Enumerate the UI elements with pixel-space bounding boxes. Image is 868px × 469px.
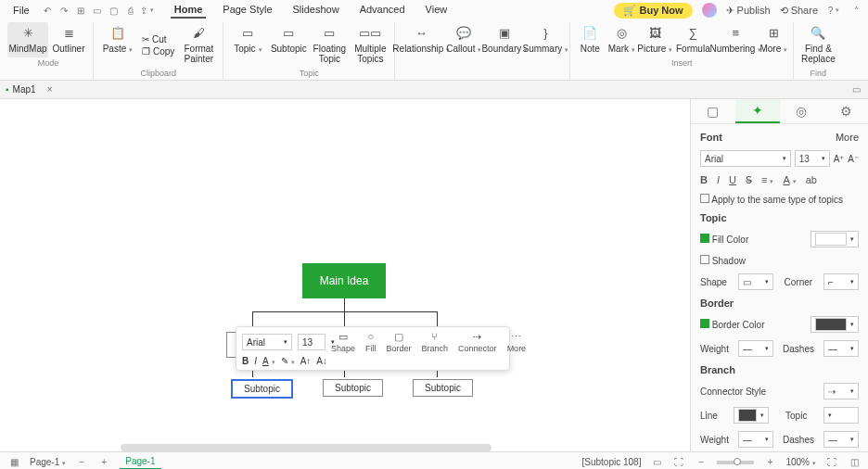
- shadow-checkbox[interactable]: [700, 255, 709, 264]
- note-button[interactable]: 📄Note: [574, 22, 606, 57]
- tab-overflow-icon[interactable]: ▭: [849, 83, 862, 96]
- cut-button[interactable]: ✂ Cut: [142, 34, 174, 44]
- subtopic-button[interactable]: ▭Subtopic: [268, 22, 309, 68]
- branch-line-select[interactable]: ▾: [734, 407, 769, 424]
- summary-button[interactable]: }Summary: [525, 22, 566, 57]
- doc-tab-map1[interactable]: ▪Map1: [6, 84, 36, 95]
- ft-shrink-font-button[interactable]: A↓: [316, 356, 327, 366]
- menu-page-style[interactable]: Page Style: [219, 2, 275, 19]
- outliner-mode-button[interactable]: ≣Outliner: [48, 22, 89, 57]
- close-tab-icon[interactable]: ×: [44, 83, 57, 96]
- border-color-select[interactable]: ▾: [811, 316, 859, 333]
- picture-button[interactable]: 🖼Picture: [637, 22, 672, 57]
- font-family-select[interactable]: Arial▾: [700, 150, 791, 167]
- ft-branch-button[interactable]: ⑂Branch: [422, 331, 449, 353]
- align-button[interactable]: ≡: [761, 174, 773, 186]
- grow-font-button[interactable]: A⁺: [834, 154, 845, 164]
- shrink-font-button[interactable]: A⁻: [848, 154, 859, 164]
- boundary-button[interactable]: ▣Boundary: [484, 22, 525, 57]
- main-idea-node[interactable]: Main Idea: [302, 263, 386, 298]
- ft-grow-font-button[interactable]: A↑: [300, 356, 312, 366]
- page-tab[interactable]: Page-1: [120, 454, 160, 469]
- ft-font-select[interactable]: Arial▾: [242, 334, 292, 350]
- fill-color-select[interactable]: ▾: [811, 231, 859, 247]
- paste-button[interactable]: 📋Paste: [97, 22, 138, 68]
- menu-view[interactable]: View: [422, 2, 452, 19]
- ft-border-button[interactable]: ▢Border: [387, 331, 412, 353]
- collapse-ribbon-icon[interactable]: ˄: [849, 4, 862, 17]
- zoom-out-button[interactable]: −: [695, 456, 708, 469]
- open-icon[interactable]: ▭: [91, 4, 104, 17]
- ft-bold-button[interactable]: B: [242, 356, 249, 366]
- fit-icon[interactable]: ⛶: [672, 456, 685, 469]
- zoom-slider[interactable]: [717, 461, 754, 464]
- subtopic-node-2[interactable]: Subtopic: [323, 379, 383, 397]
- add-page-button[interactable]: +: [97, 456, 110, 469]
- spacing-button[interactable]: ab: [806, 174, 817, 186]
- buy-now-button[interactable]: 🛒 Buy Now: [614, 3, 693, 19]
- subtopic-node-3[interactable]: Subtopic: [413, 379, 473, 397]
- topic-button[interactable]: ▭Topic: [227, 22, 268, 68]
- undo-icon[interactable]: ↶: [41, 4, 54, 17]
- border-weight-select[interactable]: —▾: [738, 340, 773, 357]
- canvas[interactable]: Main Idea Subtopic Subtopic Subtopic Ari…: [0, 99, 690, 451]
- help-icon[interactable]: ?: [827, 4, 840, 17]
- redo-icon[interactable]: ↷: [57, 4, 70, 17]
- ft-more-button[interactable]: ⋯More: [507, 331, 527, 353]
- border-color-checkbox[interactable]: [700, 319, 709, 328]
- font-more-link[interactable]: More: [836, 132, 859, 143]
- pages-icon[interactable]: ▦: [7, 456, 20, 469]
- border-dashes-select[interactable]: —▾: [823, 340, 859, 357]
- ft-fontcolor-button[interactable]: A: [262, 356, 275, 366]
- branch-weight-select[interactable]: —▾: [738, 431, 773, 448]
- font-size-select[interactable]: 13▾: [795, 150, 830, 167]
- print-icon[interactable]: ⎙: [124, 4, 137, 17]
- zoom-value[interactable]: 100%: [785, 457, 816, 467]
- mark-button[interactable]: ◎Mark: [606, 22, 637, 57]
- floating-topic-button[interactable]: ▭Floating Topic: [309, 22, 350, 68]
- underline-button[interactable]: U: [729, 174, 736, 186]
- find-replace-button[interactable]: 🔍Find & Replace: [798, 22, 838, 68]
- ft-size-select[interactable]: 13▾: [298, 334, 326, 350]
- fontcolor-button[interactable]: A: [783, 174, 796, 186]
- fullscreen-icon[interactable]: ⛶: [825, 456, 838, 469]
- fill-color-checkbox[interactable]: [700, 234, 709, 243]
- italic-button[interactable]: I: [717, 174, 720, 186]
- avatar[interactable]: [702, 3, 717, 18]
- strike-button[interactable]: S̶: [746, 174, 752, 186]
- numbering-button[interactable]: ≡Numbering: [713, 22, 758, 57]
- apply-same-checkbox[interactable]: [700, 194, 709, 203]
- menu-home[interactable]: Home: [171, 2, 207, 19]
- corner-select[interactable]: ⌐▾: [823, 273, 859, 290]
- presentation-icon[interactable]: ▭: [650, 456, 663, 469]
- relationship-button[interactable]: ↔Relationship: [399, 22, 443, 57]
- new-icon[interactable]: ⊞: [74, 4, 87, 17]
- menu-advanced[interactable]: Advanced: [356, 2, 409, 19]
- format-painter-button[interactable]: 🖌Format Painter: [178, 22, 219, 68]
- side-tab-settings[interactable]: ⚙: [823, 99, 868, 123]
- export-icon[interactable]: ⇪: [141, 4, 154, 17]
- ft-italic-button[interactable]: I: [254, 356, 257, 366]
- side-tab-style[interactable]: ✦: [735, 99, 780, 123]
- branch-topic-select[interactable]: ▾: [823, 407, 859, 424]
- copy-button[interactable]: ❐ Copy: [142, 46, 174, 57]
- zoom-in-button[interactable]: +: [763, 456, 776, 469]
- branch-dashes-select[interactable]: —▾: [823, 431, 859, 448]
- multiple-topics-button[interactable]: ▭▭Multiple Topics: [350, 22, 390, 68]
- ft-highlight-button[interactable]: ✎: [281, 356, 295, 366]
- save-icon[interactable]: ▢: [108, 4, 121, 17]
- remove-page-button[interactable]: −: [75, 456, 88, 469]
- panel-toggle-icon[interactable]: ◫: [848, 456, 861, 469]
- side-tab-mark[interactable]: ◎: [780, 99, 824, 123]
- page-select[interactable]: Page-1: [30, 457, 66, 467]
- side-tab-layout[interactable]: ▢: [691, 99, 735, 123]
- file-menu[interactable]: File: [6, 3, 37, 18]
- bold-button[interactable]: B: [700, 174, 708, 186]
- ft-shape-button[interactable]: ▭Shape: [331, 331, 355, 353]
- horizontal-scrollbar[interactable]: [121, 444, 491, 451]
- subtopic-node-1[interactable]: Subtopic: [231, 379, 293, 399]
- publish-button[interactable]: ✈ Publish: [726, 5, 771, 17]
- shape-select[interactable]: ▭▾: [738, 273, 773, 290]
- formula-button[interactable]: ∑Formula: [672, 22, 713, 57]
- mindmap-mode-button[interactable]: ✳MindMap: [7, 22, 48, 57]
